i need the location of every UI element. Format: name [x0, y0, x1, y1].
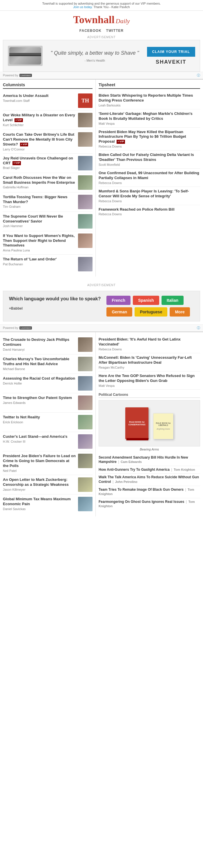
col-item-text: Charles Murray's Two Uncomfortable Truth…: [3, 357, 76, 371]
more-button[interactable]: More: [170, 307, 190, 316]
pipe-icon: |: [118, 460, 119, 464]
article-link[interactable]: Time to Strengthen Our Patent System: [3, 396, 72, 400]
article-link[interactable]: Carol Roth Discusses How the War on Smal…: [3, 175, 75, 185]
col-item-img: TH: [78, 93, 93, 108]
german-button[interactable]: German: [106, 307, 132, 316]
article-link[interactable]: Global Minimum Tax Means Maximum Economi…: [3, 497, 71, 506]
italian-button[interactable]: Italian: [161, 296, 183, 305]
article-link[interactable]: Our Woke Military Is a Disaster on Every…: [3, 113, 75, 122]
portuguese-button[interactable]: Portuguese: [134, 307, 167, 316]
list-item: America Is Under Assault Townhall.com St…: [3, 91, 93, 111]
col-item-img: [78, 132, 93, 147]
article-link[interactable]: An Open Letter to Mark Zuckerberg: Censo…: [3, 477, 69, 487]
article-link[interactable]: Assessing the Racial Cost of Regulation: [3, 376, 75, 380]
bearing-link[interactable]: Fearmongering On Ghost Guns Ignores Real…: [99, 500, 184, 504]
col-item-author: Townhall.com Staff: [3, 99, 76, 102]
cartoon-section-title: Political Cartoons: [99, 393, 200, 398]
bearing-item-title: Fearmongering On Ghost Guns Ignores Real…: [99, 500, 200, 509]
social-links: FACEBOOK TWITTER: [0, 27, 203, 34]
list-item: Time to Strengthen Our Patent System Jam…: [3, 393, 93, 412]
tip-link[interactable]: 'Semi-Literate' Garbage: Meghan Markle's…: [99, 112, 193, 121]
article-link[interactable]: The Crusade to Destroy Jack Phillips Con…: [3, 337, 69, 347]
pipe-icon: |: [171, 468, 172, 472]
list-item: The Crusade to Destroy Jack Phillips Con…: [3, 335, 93, 354]
article-link[interactable]: Charles Murray's Two Uncomfortable Truth…: [3, 357, 69, 366]
ad-label-middle: ADVERTISEMENT: [0, 282, 203, 288]
tip-title: Biden Starts Whispering to Reporters Mul…: [99, 93, 200, 103]
article-link[interactable]: Custer's Last Stand—and America's: [3, 434, 67, 439]
bearing-link[interactable]: How Anti-Gunners Try To Gaslight America: [99, 468, 170, 472]
twitter-link[interactable]: TWITTER: [106, 29, 124, 33]
col-item-img: [78, 376, 93, 391]
bearing-item: Team Tries To Remake Image Of Black Gun …: [99, 486, 200, 498]
tip-link[interactable]: Biden Starts Whispering to Reporters Mul…: [99, 93, 193, 102]
powered-by-top: Powered by LiveIntent ⓘ: [0, 72, 203, 79]
col-item-author: Josh Hammer: [3, 224, 76, 228]
tip-item: One Confirmed Dead, 99 Unaccounted for A…: [99, 169, 200, 187]
join-link[interactable]: Join us today.: [73, 5, 93, 9]
col-item-img: [78, 195, 93, 209]
livintent-logo: LiveIntent: [20, 74, 32, 77]
article-link[interactable]: The Supreme Court Will Never Be Conserva…: [3, 214, 63, 223]
tip-link[interactable]: Biden Called Out for Falsely Claiming De…: [99, 153, 194, 162]
spanish-button[interactable]: Spanish: [133, 296, 159, 305]
article-link[interactable]: Tortilla-Tossing Teens: Bigger News Than…: [3, 195, 67, 204]
french-button[interactable]: French: [106, 296, 130, 305]
tip-item: 'Semi-Literate' Garbage: Meghan Markle's…: [99, 110, 200, 128]
tip-link[interactable]: Framework Reached on Police Reform Bill: [99, 207, 175, 212]
tip-link[interactable]: President Biden: 'It's Awful Hard to Get…: [99, 337, 181, 346]
tip-link[interactable]: One Confirmed Dead, 99 Unaccounted for A…: [99, 171, 199, 180]
livintent-logo2: LiveIntent: [20, 327, 32, 330]
article-link[interactable]: Twitter Is Not Reality: [3, 415, 40, 419]
bearing-item-title: How Anti-Gunners Try To Gaslight America…: [99, 468, 200, 472]
bearing-item: Walk The Talk America Aims To Reduce Sui…: [99, 474, 200, 486]
main-grid: Columnists America Is Under Assault Town…: [0, 79, 203, 277]
bearing-author: Tom Knighton: [174, 468, 195, 471]
col-item-text: If You Want to Support Women's Rights, T…: [3, 234, 76, 252]
bearing-link[interactable]: Walk The Talk America Aims To Reduce Sui…: [99, 475, 199, 484]
bearing-link[interactable]: Team Tries To Remake Image Of Black Gun …: [99, 488, 183, 492]
col-item-title: Tortilla-Tossing Teens: Bigger News Than…: [3, 195, 76, 205]
col-item-img: [78, 175, 93, 190]
tip-link[interactable]: President Biden May Have Killed the Bipa…: [99, 130, 186, 144]
tip-item: President Biden: 'It's Awful Hard to Get…: [99, 335, 200, 353]
bearing-link[interactable]: Second Amendment Sanctuary Bill Hits Hur…: [99, 456, 188, 464]
article-link[interactable]: The Return of 'Law and Order': [3, 257, 56, 261]
article-link[interactable]: If You Want to Support Women's Rights, T…: [3, 234, 75, 248]
tip-link[interactable]: Here Are the Two GOP Senators Who Refuse…: [99, 374, 195, 383]
article-link[interactable]: America Is Under Assault: [3, 93, 48, 98]
col-item-text: The Crusade to Destroy Jack Phillips Con…: [3, 337, 76, 351]
facebook-link[interactable]: FACEBOOK: [79, 29, 101, 33]
col-item-img: [78, 234, 93, 248]
claim-trial-button[interactable]: CLAIM YOUR TRIAL: [147, 47, 195, 57]
tip-author: Rebecca Downs: [99, 145, 200, 148]
col-item-author: David Harsanyi: [3, 348, 76, 351]
tip-item: Mumford & Sons Banjo Player Is Leaving: …: [99, 187, 200, 205]
tipsheet-title: Tipsheet: [99, 83, 200, 89]
second-right-column: President Biden: 'It's Awful Hard to Get…: [96, 332, 203, 517]
tip-link[interactable]: Mumford & Sons Banjo Player Is Leaving: …: [99, 189, 189, 198]
tip-title: Framework Reached on Police Reform Bill: [99, 207, 200, 212]
pipe-icon: |: [186, 500, 187, 504]
col-item-text: The Supreme Court Will Never Be Conserva…: [3, 214, 76, 228]
tip-link[interactable]: McConnell: Biden Is 'Caving' Unnecessari…: [99, 355, 192, 365]
col-item-author: Brad Slager: [3, 166, 76, 169]
list-item: The Return of 'Law and Order' Pat Buchan…: [3, 255, 93, 274]
bearing-item: Second Amendment Sanctuary Bill Hits Hur…: [99, 454, 200, 466]
col-item-title: An Open Letter to Mark Zuckerberg: Censo…: [3, 477, 76, 487]
book-yellow: RULE BOOK for LIBERALS Anything Goes: [153, 413, 173, 439]
article-link[interactable]: President Joe Biden's Failure to Lead on…: [3, 454, 76, 468]
col-item-author: Anna Paulina Luna: [3, 249, 76, 252]
second-left-column: The Crusade to Destroy Jack Phillips Con…: [0, 332, 96, 517]
tip-item: Biden Starts Whispering to Reporters Mul…: [99, 91, 200, 110]
list-item: Our Woke Military Is a Disaster on Every…: [3, 111, 93, 130]
col-item-author: Larry O'Connor: [3, 148, 76, 151]
col-item-text: Time to Strengthen Our Patent System Jam…: [3, 396, 76, 404]
ad-text-area: " Quite simply, a better way to Shave " …: [43, 50, 147, 62]
article-link[interactable]: Courts Can Take Over Britney's Life But …: [3, 132, 74, 146]
bearing-item: Fearmongering On Ghost Guns Ignores Real…: [99, 498, 200, 510]
col-item-title: Assessing the Racial Cost of Regulation: [3, 376, 76, 381]
vip-badge: VIP: [12, 161, 21, 165]
tipsheet-column: Tipsheet Biden Starts Whispering to Repo…: [96, 80, 203, 277]
col-item-author: Derrick Hollie: [3, 382, 76, 385]
